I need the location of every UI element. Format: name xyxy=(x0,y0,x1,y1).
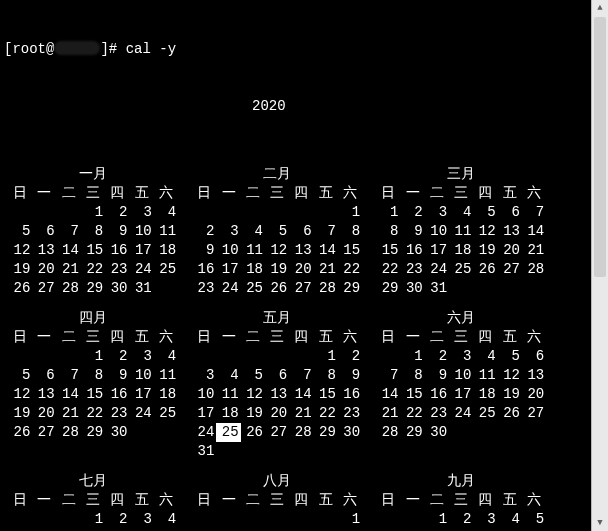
day-cell: 25 xyxy=(154,260,178,279)
day-cell: 27 xyxy=(498,260,522,279)
week-row: 12131415161718 xyxy=(8,385,178,404)
day-cell: 2 xyxy=(105,347,129,366)
day-header: 日 xyxy=(192,328,216,347)
day-cell: 1 xyxy=(338,203,362,222)
day-cell: 12 xyxy=(473,222,497,241)
day-cell xyxy=(241,347,265,366)
day-cell: 28 xyxy=(57,423,81,442)
day-cell: 9 xyxy=(425,366,449,385)
day-cell: 6 xyxy=(32,366,56,385)
day-header: 四 xyxy=(473,184,497,203)
day-cell xyxy=(265,442,289,461)
week-row: 16171819202122 xyxy=(192,260,362,279)
day-cell: 30 xyxy=(338,423,362,442)
day-header: 日 xyxy=(8,184,32,203)
week-row: 24252627282930 xyxy=(192,423,362,442)
day-header: 六 xyxy=(522,491,546,510)
day-header: 六 xyxy=(338,328,362,347)
day-cell: 3 xyxy=(425,203,449,222)
day-cell: 13 xyxy=(522,366,546,385)
day-cell: 20 xyxy=(32,404,56,423)
day-header: 三 xyxy=(449,184,473,203)
day-cell: 11 xyxy=(154,222,178,241)
day-cell: 16 xyxy=(105,385,129,404)
day-cell: 27 xyxy=(265,423,289,442)
day-headers: 日一二三四五六 xyxy=(192,184,362,203)
day-cell: 11 xyxy=(216,385,240,404)
day-cell: 9 xyxy=(400,222,424,241)
day-cell: 15 xyxy=(400,385,424,404)
day-cell xyxy=(265,510,289,529)
scroll-thumb[interactable] xyxy=(594,17,606,277)
week-row: 282930 xyxy=(376,423,546,442)
day-cell: 20 xyxy=(522,385,546,404)
day-header: 四 xyxy=(289,491,313,510)
day-cell: 9 xyxy=(192,241,216,260)
day-cell: 4 xyxy=(449,203,473,222)
day-cell: 1 xyxy=(81,347,105,366)
day-cell: 5 xyxy=(473,203,497,222)
day-cell: 7 xyxy=(289,366,313,385)
day-cell: 13 xyxy=(498,222,522,241)
day-cell: 2 xyxy=(449,510,473,529)
day-cell xyxy=(241,510,265,529)
vertical-scrollbar[interactable]: ▲ ▼ xyxy=(591,0,608,531)
calendar-row: 七月日一二三四五六1234567891011121314151617181920… xyxy=(4,472,604,531)
day-cell: 7 xyxy=(57,222,81,241)
day-cell: 19 xyxy=(8,404,32,423)
day-cell: 1 xyxy=(338,510,362,529)
day-header: 五 xyxy=(498,491,522,510)
week-row: 1234 xyxy=(8,203,178,222)
day-cell: 2 xyxy=(105,203,129,222)
day-cell: 10 xyxy=(425,222,449,241)
day-header: 五 xyxy=(314,328,338,347)
day-cell: 22 xyxy=(81,260,105,279)
day-cell: 23 xyxy=(425,404,449,423)
day-cell: 15 xyxy=(81,241,105,260)
day-header: 日 xyxy=(8,491,32,510)
day-header: 二 xyxy=(241,328,265,347)
day-cell: 25 xyxy=(449,260,473,279)
day-cell: 16 xyxy=(425,385,449,404)
day-cell xyxy=(32,347,56,366)
day-cell: 24 xyxy=(129,404,153,423)
day-cell xyxy=(289,347,313,366)
day-header: 二 xyxy=(241,184,265,203)
day-cell: 17 xyxy=(449,385,473,404)
week-row: 31 xyxy=(192,442,362,461)
day-header: 一 xyxy=(32,491,56,510)
day-cell: 29 xyxy=(81,423,105,442)
day-cell: 3 xyxy=(192,366,216,385)
day-cell xyxy=(32,203,56,222)
day-header: 三 xyxy=(449,328,473,347)
terminal[interactable]: [root@]# cal -y 2020 一月日一二三四五六1234567891… xyxy=(0,0,608,531)
month-block: 八月日一二三四五六1234567891011121314151617181920… xyxy=(192,472,362,531)
day-cell: 11 xyxy=(241,241,265,260)
scroll-up-arrow-icon[interactable]: ▲ xyxy=(592,0,608,16)
day-cell: 4 xyxy=(154,347,178,366)
day-cell xyxy=(192,347,216,366)
scroll-down-arrow-icon[interactable]: ▼ xyxy=(592,515,608,531)
day-cell: 22 xyxy=(314,404,338,423)
day-cell: 18 xyxy=(154,385,178,404)
day-cell: 18 xyxy=(473,385,497,404)
day-cell: 23 xyxy=(192,279,216,298)
day-header: 一 xyxy=(400,491,424,510)
day-cell: 23 xyxy=(400,260,424,279)
day-cell: 9 xyxy=(105,222,129,241)
day-header: 三 xyxy=(449,491,473,510)
day-cell: 15 xyxy=(376,241,400,260)
day-cell: 24 xyxy=(129,260,153,279)
day-cell: 11 xyxy=(449,222,473,241)
day-cell: 24 xyxy=(449,404,473,423)
day-cell xyxy=(216,510,240,529)
week-row: 3456789 xyxy=(192,366,362,385)
prompt-char: ]# xyxy=(100,41,125,57)
year-title: 2020 xyxy=(4,97,604,116)
day-header: 二 xyxy=(241,491,265,510)
month-block: 三月日一二三四五六1234567891011121314151617181920… xyxy=(376,165,546,298)
day-cell: 26 xyxy=(265,279,289,298)
week-row: 19202122232425 xyxy=(8,404,178,423)
day-header: 日 xyxy=(376,328,400,347)
day-cell: 28 xyxy=(57,279,81,298)
